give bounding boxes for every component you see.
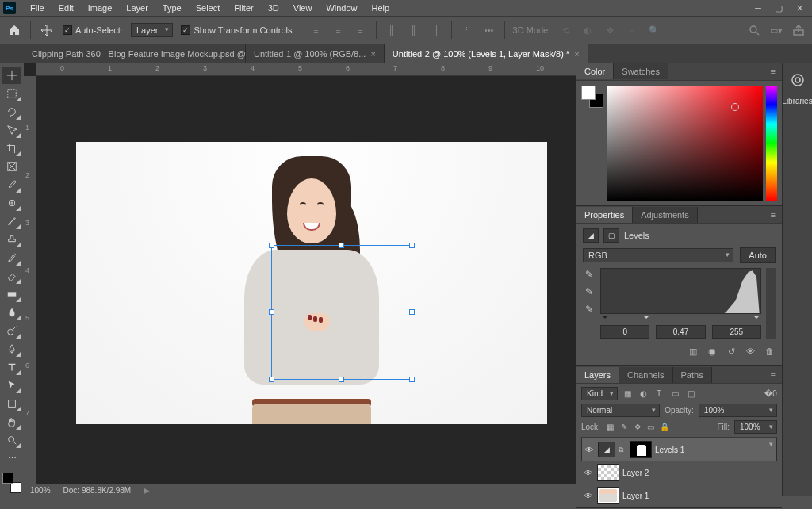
fill-input[interactable]: 100% — [734, 420, 777, 434]
white-point-input[interactable]: 255 — [712, 325, 761, 339]
more-align-icon[interactable]: ••• — [482, 23, 496, 37]
menu-file[interactable]: File — [24, 2, 51, 14]
auto-select-checkbox[interactable]: Auto-Select: — [63, 25, 123, 35]
show-transform-checkbox[interactable]: Show Transform Controls — [181, 25, 292, 35]
blend-mode-select[interactable]: Normal — [581, 404, 660, 417]
history-brush-tool[interactable] — [2, 249, 21, 266]
tab-paths[interactable]: Paths — [673, 367, 712, 383]
transform-handle[interactable] — [269, 309, 274, 315]
document-tab[interactable]: Clipping Path 360 - Blog Feature Image M… — [24, 44, 246, 63]
hue-slider[interactable] — [766, 86, 777, 201]
align-top-icon[interactable]: ≡ — [309, 23, 324, 37]
color-fgbg[interactable] — [581, 86, 603, 108]
workspace-icon[interactable]: ▭▾ — [769, 23, 783, 37]
delete-adjustment-icon[interactable]: 🗑 — [763, 345, 776, 358]
toggle-visibility-icon[interactable]: 👁 — [744, 345, 756, 358]
lasso-tool[interactable] — [2, 103, 21, 121]
layer-row[interactable]: 👁 Layer 2 — [581, 461, 777, 484]
transform-handle[interactable] — [339, 377, 344, 382]
layer-filter-kind[interactable]: Kind — [581, 387, 618, 400]
document-tab[interactable]: Untitled-1 @ 100% (RGB/8...× — [246, 44, 385, 63]
layer-row[interactable]: 👁 Layer 1 — [581, 484, 777, 507]
search-icon[interactable] — [747, 23, 761, 37]
visibility-icon[interactable]: 👁 — [583, 492, 594, 500]
mask-thumb[interactable] — [630, 441, 652, 458]
stamp-tool[interactable] — [2, 231, 21, 248]
transform-box[interactable] — [271, 245, 412, 380]
type-tool[interactable] — [2, 358, 21, 376]
lock-position-icon[interactable]: ✥ — [632, 422, 643, 433]
clip-to-layer-icon[interactable]: ▥ — [687, 345, 699, 358]
artboard[interactable] — [76, 142, 547, 424]
transform-handle[interactable] — [269, 243, 274, 248]
align-hcenter-icon[interactable]: ║ — [407, 23, 421, 37]
mid-point-slider[interactable] — [643, 316, 649, 322]
color-cursor[interactable] — [731, 103, 739, 111]
marquee-tool[interactable] — [2, 85, 21, 102]
transform-handle[interactable] — [269, 377, 274, 382]
pen-tool[interactable] — [2, 340, 21, 358]
close-icon[interactable]: × — [370, 49, 375, 59]
mask-icon[interactable]: ▢ — [603, 228, 619, 243]
eyedropper-tool[interactable] — [2, 176, 21, 193]
menu-3d[interactable]: 3D — [262, 2, 285, 14]
auto-select-target[interactable]: Layer — [131, 23, 174, 37]
window-maximize-icon[interactable]: ▢ — [769, 1, 788, 15]
layer-name[interactable]: Layer 2 — [622, 469, 649, 477]
tab-properties[interactable]: Properties — [576, 207, 633, 223]
document-tab[interactable]: Untitled-2 @ 100% (Levels 1, Layer Mask/… — [385, 44, 588, 63]
filter-smart-icon[interactable]: ◫ — [684, 388, 697, 400]
filter-shape-icon[interactable]: ▭ — [668, 388, 681, 400]
window-close-icon[interactable]: ✕ — [790, 1, 809, 15]
menu-edit[interactable]: Edit — [52, 2, 80, 14]
auto-button[interactable]: Auto — [740, 247, 776, 263]
hand-tool[interactable] — [2, 413, 21, 431]
eyedropper-white-icon[interactable]: ✎ — [583, 303, 596, 316]
horizontal-ruler[interactable]: 012345678910 — [36, 63, 576, 76]
transform-handle[interactable] — [409, 377, 415, 382]
white-point-slider[interactable] — [753, 316, 760, 322]
layer-thumb[interactable] — [597, 487, 619, 504]
edit-toolbar[interactable]: ⋯ — [2, 450, 21, 467]
menu-select[interactable]: Select — [190, 2, 227, 14]
gradient-tool[interactable] — [2, 285, 21, 303]
mid-point-input[interactable]: 0.47 — [656, 325, 705, 339]
quick-select-tool[interactable] — [2, 121, 21, 139]
dodge-tool[interactable] — [2, 322, 21, 339]
filter-adjust-icon[interactable]: ◐ — [637, 388, 649, 400]
black-point-input[interactable]: 0 — [600, 325, 649, 339]
zoom-level[interactable]: 100% — [30, 486, 51, 495]
cc-libraries-icon[interactable] — [787, 70, 808, 90]
vertical-ruler[interactable]: 1234567 — [24, 76, 36, 484]
adjustment-thumb[interactable]: ◢ — [598, 442, 615, 457]
filter-pixel-icon[interactable]: ▦ — [621, 388, 634, 400]
window-minimize-icon[interactable]: ─ — [749, 1, 768, 15]
distribute-icon[interactable]: ⋮ — [460, 23, 474, 37]
panel-menu-icon[interactable]: ≡ — [764, 67, 782, 76]
tab-color[interactable]: Color — [576, 63, 614, 79]
lock-all-icon[interactable]: 🔒 — [659, 422, 670, 433]
tab-channels[interactable]: Channels — [619, 367, 672, 383]
libraries-label[interactable]: Libraries — [782, 97, 812, 105]
visibility-icon[interactable]: 👁 — [584, 446, 595, 454]
histogram[interactable] — [600, 268, 761, 314]
menu-filter[interactable]: Filter — [228, 2, 259, 14]
lock-artboard-icon[interactable]: ▭ — [645, 422, 657, 433]
menu-image[interactable]: Image — [82, 2, 119, 14]
align-left-icon[interactable]: ║ — [385, 23, 399, 37]
fg-bg-color[interactable] — [2, 473, 21, 493]
eyedropper-gray-icon[interactable]: ✎ — [583, 285, 596, 298]
move-tool[interactable] — [2, 67, 21, 84]
move-tool-icon[interactable] — [39, 22, 55, 38]
align-vcenter-icon[interactable]: ≡ — [331, 23, 346, 37]
transform-handle[interactable] — [339, 243, 344, 248]
transform-handle[interactable] — [409, 243, 415, 248]
filter-type-icon[interactable]: T — [653, 388, 665, 400]
layer-name[interactable]: Levels 1 — [655, 446, 684, 454]
menu-help[interactable]: Help — [366, 2, 396, 14]
brush-tool[interactable] — [2, 212, 21, 230]
path-select-tool[interactable] — [2, 377, 21, 394]
zoom-tool[interactable] — [2, 431, 21, 449]
transform-handle[interactable] — [409, 309, 415, 315]
layer-row[interactable]: 👁 ◢ ⧉ Levels 1 — [581, 438, 777, 461]
